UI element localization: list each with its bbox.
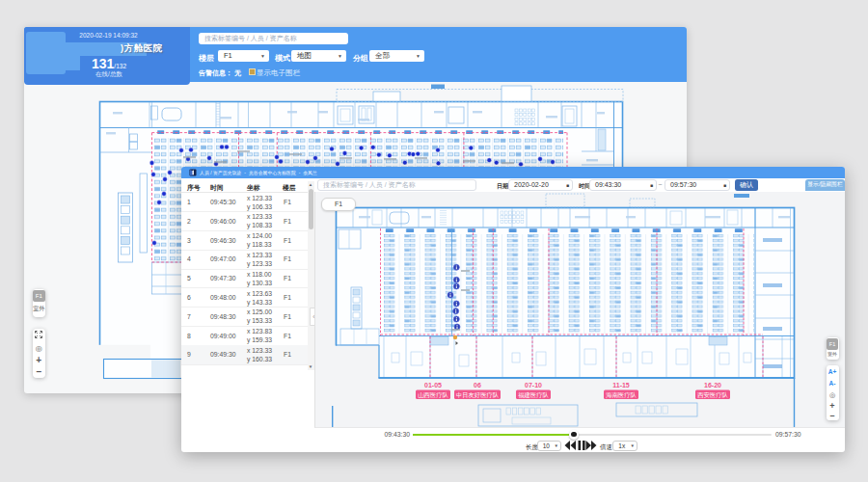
svg-text:16-20: 16-20 (704, 382, 721, 388)
svg-text:11-15: 11-15 (612, 382, 630, 388)
svg-text:山西医疗队: 山西医疗队 (418, 391, 448, 399)
svg-text:06: 06 (474, 382, 481, 388)
svg-text:福建医疗队: 福建医疗队 (518, 391, 549, 399)
svg-text:01-05: 01-05 (424, 382, 442, 388)
svg-text:海南医疗队: 海南医疗队 (606, 391, 637, 399)
svg-text:中日友好医疗队: 中日友好医疗队 (456, 391, 500, 399)
svg-text:西安医疗队: 西安医疗队 (696, 391, 728, 399)
svg-text:07-10: 07-10 (525, 382, 542, 388)
